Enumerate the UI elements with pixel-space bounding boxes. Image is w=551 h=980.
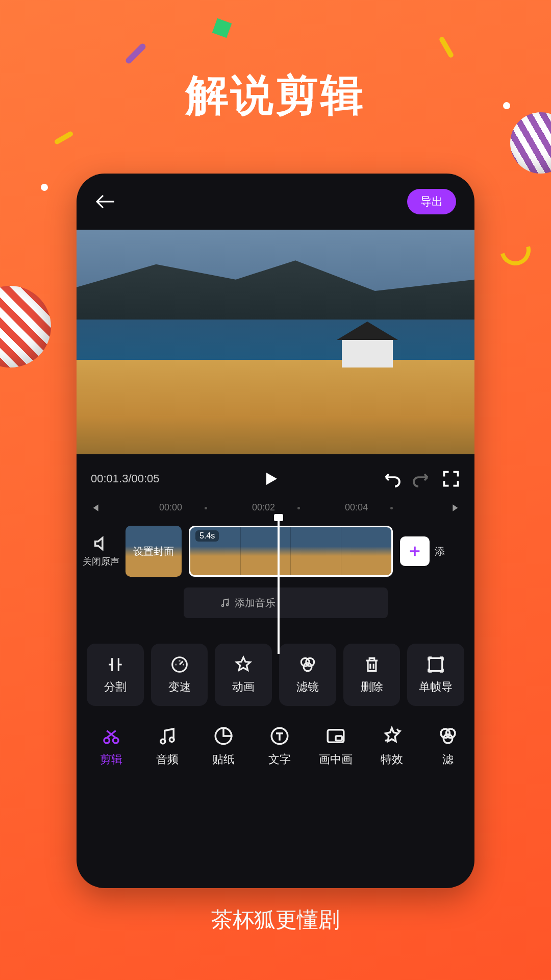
preview-scene	[77, 360, 474, 454]
svg-point-6	[113, 738, 119, 744]
split-icon	[106, 655, 125, 674]
video-clip[interactable]: 5.4s	[189, 526, 393, 577]
svg-point-5	[104, 738, 110, 744]
text-icon	[269, 725, 290, 747]
arrow-left-icon	[95, 193, 115, 210]
svg-rect-12	[336, 736, 342, 741]
time-display: 00:01.3/00:05	[91, 472, 160, 485]
ruler-tick: 00:00	[159, 502, 207, 513]
effect-icon	[381, 725, 403, 747]
back-button[interactable]	[95, 193, 115, 210]
svg-point-8	[169, 738, 174, 742]
video-preview[interactable]	[77, 230, 474, 454]
sticker-icon	[213, 725, 234, 747]
ruler-tick: 00:04	[345, 502, 393, 513]
promo-subtitle: 茶杯狐更懂剧	[0, 905, 551, 934]
play-icon	[262, 470, 280, 488]
fullscreen-button[interactable]	[442, 470, 460, 488]
delete-icon	[362, 655, 382, 674]
nav-sticker[interactable]: 贴纸	[199, 725, 248, 767]
undo-button[interactable]	[383, 470, 401, 488]
nav-edit[interactable]: 剪辑	[87, 725, 136, 767]
promo-title: 解说剪辑	[0, 66, 551, 125]
nav-audio[interactable]: 音频	[143, 725, 192, 767]
animation-icon	[234, 655, 253, 674]
skip-start-button[interactable]	[77, 503, 113, 513]
nav-text[interactable]: 文字	[255, 725, 304, 767]
music-note-icon	[219, 597, 231, 608]
svg-point-3	[304, 663, 312, 671]
svg-point-15	[443, 734, 453, 744]
set-cover-button[interactable]: 设置封面	[126, 526, 182, 577]
decorative-ball	[0, 286, 51, 368]
add-clip-label: 添	[435, 545, 445, 558]
svg-rect-4	[430, 658, 442, 671]
tool-speed[interactable]: 变速	[151, 644, 208, 706]
skip-start-icon	[90, 503, 100, 513]
add-music-button[interactable]: 添加音乐	[184, 587, 388, 618]
audio-icon	[157, 725, 178, 747]
skip-end-icon	[451, 503, 461, 513]
confetti-stick	[438, 36, 454, 59]
confetti-square	[212, 18, 232, 38]
edit-icon	[101, 725, 122, 747]
frame-export-icon	[426, 655, 445, 674]
speaker-icon	[92, 535, 110, 552]
add-clip-button[interactable]	[400, 536, 430, 566]
redo-button[interactable]	[412, 470, 431, 488]
nav-filter2[interactable]: 滤	[423, 725, 472, 767]
tool-animation[interactable]: 动画	[215, 644, 272, 706]
device-frame: 导出 00:01.3/00:05 00:00 00:	[77, 174, 474, 888]
export-button[interactable]: 导出	[407, 189, 456, 214]
ruler-tick: 00:02	[252, 502, 300, 513]
tool-delete[interactable]: 删除	[343, 644, 400, 706]
pip-icon	[325, 725, 346, 747]
clip-duration-badge: 5.4s	[195, 530, 219, 542]
confetti-stick	[124, 42, 147, 65]
confetti-stick	[54, 131, 74, 145]
svg-point-7	[161, 739, 165, 744]
confetti-curl	[494, 229, 536, 271]
tool-filter[interactable]: 滤镜	[279, 644, 336, 706]
playhead[interactable]	[278, 518, 280, 654]
undo-icon	[383, 470, 401, 488]
play-button[interactable]	[262, 470, 280, 488]
mute-label: 关闭原声	[83, 555, 119, 568]
nav-pip[interactable]: 画中画	[311, 725, 360, 767]
plus-icon	[408, 544, 422, 558]
nav-effect[interactable]: 特效	[367, 725, 416, 767]
fullscreen-icon	[442, 470, 460, 488]
preview-scene	[342, 337, 393, 368]
skip-end-button[interactable]	[438, 503, 474, 513]
speed-icon	[170, 655, 189, 674]
mute-original-audio-button[interactable]: 关闭原声	[77, 535, 126, 568]
filter-icon	[298, 655, 317, 674]
tool-frame-export[interactable]: 单帧导	[407, 644, 464, 706]
redo-icon	[412, 470, 431, 488]
filter2-icon	[437, 725, 459, 747]
confetti-dot	[41, 184, 48, 191]
tool-split[interactable]: 分割	[87, 644, 144, 706]
